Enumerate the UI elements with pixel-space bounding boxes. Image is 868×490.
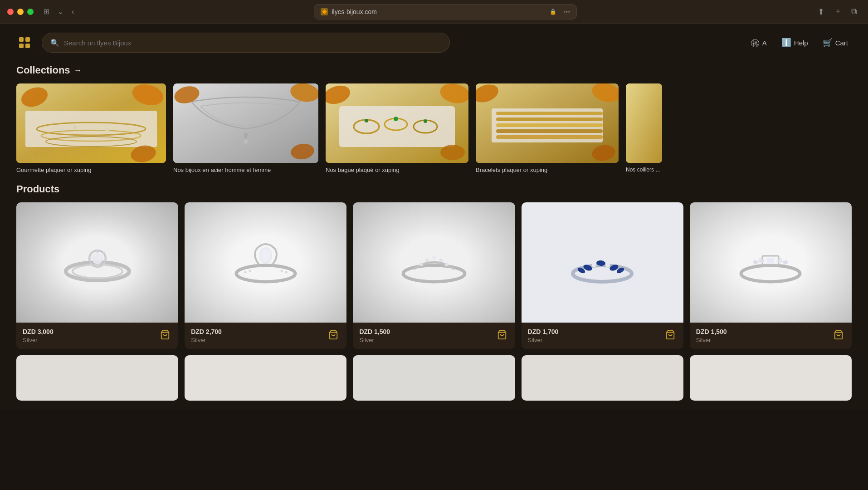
svg-point-32 (326, 83, 352, 107)
help-button[interactable]: ℹ️ Help (778, 35, 812, 50)
svg-point-27 (385, 118, 407, 130)
collection-label-4: Bracelets plaquer or xuping (476, 163, 619, 174)
product-price-5: DZD 1,500 (696, 328, 727, 335)
product-material-3: Silver (359, 337, 390, 343)
product-card[interactable]: DZD 1,500 Silver (353, 202, 515, 349)
product-image-3 (353, 202, 515, 323)
svg-point-30 (365, 119, 368, 122)
product-card-row2[interactable] (522, 355, 683, 401)
svg-point-80 (605, 263, 610, 267)
products-grid: DZD 3,000 Silver (16, 202, 852, 349)
svg-point-44 (590, 83, 619, 105)
cart-label: Cart (835, 39, 848, 47)
svg-rect-88 (758, 258, 765, 264)
svg-point-28 (414, 120, 437, 133)
product-material-1: Silver (23, 337, 54, 343)
collection-card[interactable]: Nos bague plaqué or xuping (326, 83, 468, 174)
back-button[interactable]: ‹ (69, 6, 77, 18)
svg-rect-87 (767, 258, 774, 263)
product-card[interactable]: DZD 1,700 Silver (522, 202, 683, 349)
svg-point-73 (439, 259, 443, 262)
svg-point-58 (96, 265, 99, 267)
svg-point-78 (592, 263, 596, 267)
svg-point-85 (741, 265, 800, 282)
svg-point-69 (403, 265, 465, 282)
translate-button[interactable]: ㊗ A (747, 34, 770, 52)
collections-section: Collections → (7, 60, 861, 183)
title-bar-controls: ⊞ ⌄ ‹ (41, 5, 77, 18)
collection-card[interactable]: Gourmette plaquer or xuping (16, 83, 166, 174)
collection-image-5 (626, 83, 662, 163)
product-card-row2[interactable] (690, 355, 852, 401)
collection-image-4 (476, 83, 619, 163)
address-bar[interactable]: 🔶 ilyes-bijoux.com 🔒 ••• (314, 4, 577, 20)
minimize-window-button[interactable] (17, 9, 24, 15)
collection-card[interactable]: Bracelets plaquer or xuping (476, 83, 619, 174)
product-info-3: DZD 1,500 Silver (353, 323, 515, 349)
svg-rect-42 (496, 135, 603, 139)
product-price-1: DZD 3,000 (23, 328, 54, 335)
title-bar-right: ⬆ + ⧉ (814, 5, 861, 19)
svg-point-10 (60, 127, 63, 131)
svg-point-31 (424, 119, 427, 123)
cart-button[interactable]: 🛒 Cart (819, 35, 852, 50)
svg-point-13 (19, 84, 50, 110)
svg-rect-46 (626, 83, 662, 163)
collection-label-5: Nos colliers en... (626, 163, 662, 174)
sidebar-toggle-button[interactable]: ⊞ (41, 5, 52, 18)
svg-point-21 (289, 83, 318, 104)
svg-point-64 (244, 271, 246, 274)
product-card-row2[interactable] (16, 355, 178, 401)
svg-point-12 (105, 128, 109, 132)
svg-rect-3 (25, 44, 30, 48)
more-options-icon[interactable]: ••• (564, 8, 571, 15)
svg-rect-16 (173, 83, 318, 163)
traffic-lights (7, 9, 34, 15)
product-card-row2[interactable] (185, 355, 346, 401)
add-to-cart-button-5[interactable] (832, 328, 845, 342)
tab-switcher-button[interactable]: ⧉ (848, 5, 861, 18)
svg-point-26 (354, 120, 379, 133)
close-window-button[interactable] (7, 9, 14, 15)
product-image-5 (690, 202, 852, 323)
page-content: 🔍 ㊗ A ℹ️ Help 🛒 Cart Collections → (0, 24, 868, 410)
add-to-cart-button-2[interactable] (327, 328, 340, 342)
product-card[interactable]: DZD 3,000 Silver (16, 202, 178, 349)
svg-marker-18 (244, 133, 248, 140)
share-button[interactable]: ⬆ (814, 5, 828, 19)
svg-point-57 (102, 263, 105, 265)
svg-rect-4 (16, 83, 166, 163)
new-tab-button[interactable]: + (832, 5, 844, 18)
header-actions: ㊗ A ℹ️ Help 🛒 Cart (747, 34, 852, 52)
product-card[interactable]: DZD 2,700 Silver (185, 202, 346, 349)
search-input[interactable] (64, 39, 441, 47)
collection-card-partial[interactable]: Nos colliers en... (626, 83, 662, 174)
search-bar[interactable]: 🔍 (42, 33, 450, 53)
svg-rect-38 (496, 112, 603, 115)
add-to-cart-button-4[interactable] (663, 328, 677, 342)
svg-point-29 (394, 117, 398, 121)
brand-logo[interactable] (16, 34, 33, 51)
maximize-window-button[interactable] (27, 9, 34, 15)
svg-point-61 (236, 265, 295, 282)
collections-arrow-icon: → (74, 66, 82, 75)
dropdown-button[interactable]: ⌄ (55, 5, 66, 18)
product-card-row2[interactable] (353, 355, 515, 401)
product-material-5: Silver (696, 337, 727, 343)
svg-point-65 (249, 270, 251, 272)
search-icon: 🔍 (50, 39, 59, 47)
add-to-cart-button-3[interactable] (495, 328, 509, 342)
product-info-2: DZD 2,700 Silver (185, 323, 346, 349)
products-title: Products (16, 183, 852, 195)
collection-label-3: Nos bague plaqué or xuping (326, 163, 468, 174)
svg-rect-5 (16, 83, 166, 163)
product-card[interactable]: DZD 1,500 Silver (690, 202, 852, 349)
title-bar: ⊞ ⌄ ‹ 🔶 ilyes-bijoux.com 🔒 ••• ⬆ + ⧉ (0, 0, 868, 24)
collections-title[interactable]: Collections → (16, 64, 852, 76)
svg-point-8 (41, 130, 141, 141)
product-details-5: DZD 1,500 Silver (696, 328, 727, 343)
svg-point-67 (285, 271, 287, 274)
add-to-cart-button-1[interactable] (158, 328, 172, 342)
collection-card[interactable]: Nos bijoux en acier homme et femme (173, 83, 318, 174)
svg-point-63 (261, 249, 270, 262)
